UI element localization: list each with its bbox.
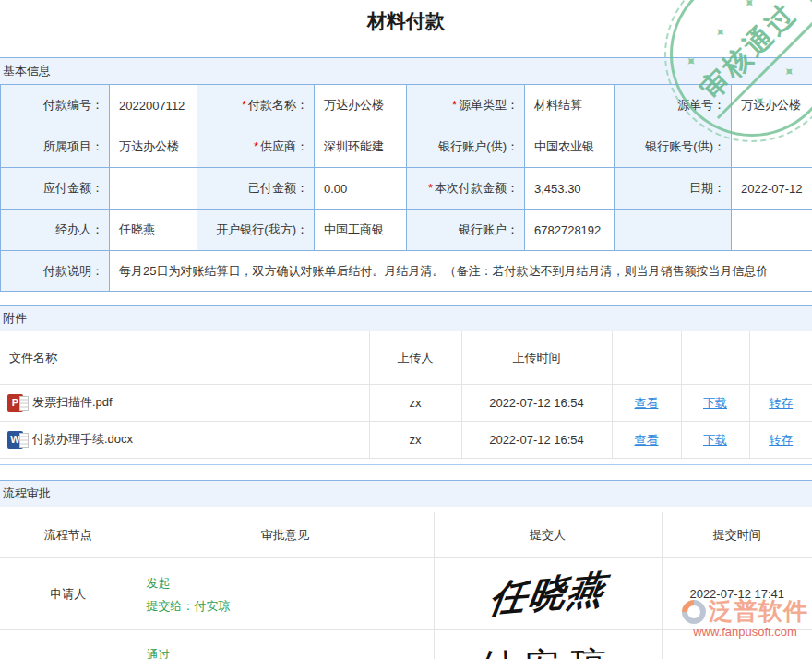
field-value: 2022007112 bbox=[110, 85, 197, 126]
opinion-line: 发起 bbox=[147, 571, 433, 594]
view-link[interactable]: 查看 bbox=[635, 396, 659, 410]
field-value: 中国工商银 bbox=[315, 210, 407, 251]
opinion-line: 通过 bbox=[147, 643, 433, 659]
submit-time: 2022-07-13 09:52 bbox=[662, 630, 812, 659]
col-upload-time: 上传时间 bbox=[461, 331, 612, 385]
page-title: 材料付款 bbox=[0, 0, 812, 34]
col-action-1 bbox=[612, 331, 681, 385]
field-label: 银行账号(供)： bbox=[645, 139, 725, 153]
signature: 付安琼 bbox=[478, 641, 617, 659]
required-marker: * bbox=[242, 98, 246, 112]
field-label: 付款说明： bbox=[1, 251, 110, 292]
col-file-name: 文件名称 bbox=[0, 331, 369, 385]
basic-info-row: 经办人： 任晓燕 开户银行(我方)： 中国工商银 银行账户： 678272819… bbox=[1, 210, 812, 251]
required-marker: * bbox=[254, 139, 258, 153]
field-label: 应付金额： bbox=[43, 181, 103, 195]
attachments-table: 文件名称 上传人 上传时间 P发票扫描件.pdf zx 2022-07-12 1… bbox=[0, 331, 812, 459]
approval-row: 申请人 发起 提交给：付安琼 任晓燕 2022-07-12 17:41 bbox=[0, 558, 812, 630]
file-name: 付款办理手续.docx bbox=[32, 432, 133, 446]
approval-header-row: 流程节点 审批意见 提交人 提交时间 bbox=[0, 512, 812, 558]
section-approval: 流程审批 bbox=[0, 480, 812, 507]
field-value: 2022-07-12 bbox=[732, 168, 812, 210]
approval-table: 流程节点 审批意见 提交人 提交时间 申请人 发起 提交给：付安琼 任晓燕 20… bbox=[0, 512, 812, 659]
field-label: 银行账户(供)： bbox=[438, 139, 519, 153]
section-attachments: 附件 bbox=[0, 305, 812, 331]
field-label: 日期： bbox=[689, 181, 725, 195]
field-label: 开户银行(我方)： bbox=[216, 222, 308, 236]
pdf-file-icon: P bbox=[7, 394, 23, 412]
field-value bbox=[732, 210, 812, 251]
field-label: 付款名称： bbox=[248, 98, 308, 112]
field-label: 本次付款金额： bbox=[435, 181, 519, 195]
download-link[interactable]: 下载 bbox=[703, 396, 727, 410]
attachment-row: W付款办理手续.docx zx 2022-07-12 16:54 查看 下载 转… bbox=[0, 422, 812, 459]
attachment-row: P发票扫描件.pdf zx 2022-07-12 16:54 查看 下载 转存 bbox=[0, 385, 812, 422]
basic-info-row: 应付金额： 已付金额： 0.00 *本次付款金额： 3,453.30 日期： 2… bbox=[1, 168, 812, 210]
download-link[interactable]: 下载 bbox=[703, 433, 727, 447]
field-value: 深圳环能建 bbox=[315, 126, 407, 168]
basic-info-row: 付款编号： 2022007112 *付款名称： 万达办公楼 *源单类型： 材料结… bbox=[1, 85, 812, 126]
upload-time: 2022-07-12 16:54 bbox=[461, 422, 612, 459]
field-label: 银行账户： bbox=[459, 222, 519, 236]
field-label: 付款编号： bbox=[43, 98, 103, 112]
field-label: 供应商： bbox=[260, 139, 308, 153]
save-as-link[interactable]: 转存 bbox=[769, 396, 793, 410]
save-as-link[interactable]: 转存 bbox=[769, 433, 793, 447]
section-basic-info: 基本信息 bbox=[0, 57, 812, 84]
field-label: 源单号： bbox=[677, 98, 725, 112]
col-action-3 bbox=[749, 331, 812, 385]
col-uploader: 上传人 bbox=[369, 331, 461, 385]
uploader: zx bbox=[369, 385, 461, 422]
field-label: 所属项目： bbox=[43, 139, 103, 153]
material-payment-page: 材料付款 ✦ ✦ ✦ 审核通过 ✦ ✦ 基本信息 付款编号： 202200711… bbox=[0, 0, 812, 659]
view-link[interactable]: 查看 bbox=[635, 433, 659, 447]
attachments-header-row: 文件名称 上传人 上传时间 bbox=[0, 331, 812, 385]
signature: 任晓燕 bbox=[485, 563, 609, 625]
field-value: 万达办公楼 bbox=[110, 126, 197, 168]
col-submitter: 提交人 bbox=[434, 512, 662, 558]
basic-info-table: 付款编号： 2022007112 *付款名称： 万达办公楼 *源单类型： 材料结… bbox=[0, 84, 812, 292]
field-label: 已付金额： bbox=[248, 181, 308, 195]
required-marker: * bbox=[428, 181, 433, 195]
opinion-line: 提交给：付安琼 bbox=[147, 594, 433, 617]
field-value: 3,453.30 bbox=[525, 168, 615, 210]
flow-node: 申请人 bbox=[0, 558, 137, 630]
section-divider bbox=[0, 464, 812, 465]
col-flow-node: 流程节点 bbox=[0, 512, 137, 558]
field-value: 6782728192 bbox=[525, 210, 615, 251]
field-value: 中国农业银 bbox=[525, 126, 615, 168]
field-value: 万达办公楼 bbox=[732, 85, 812, 126]
payment-note-value: 每月25日为对账结算日，双方确认对账单后结付。月结月清。（备注：若付款达不到月结… bbox=[110, 251, 812, 292]
field-label: 经办人： bbox=[55, 222, 103, 236]
basic-info-note-row: 付款说明： 每月25日为对账结算日，双方确认对账单后结付。月结月清。（备注：若付… bbox=[1, 251, 812, 292]
field-value: 万达办公楼 bbox=[315, 85, 407, 126]
approval-row: 领导审批 通过 流程结束 付安琼 2022-07-13 09:52 bbox=[0, 630, 812, 659]
col-submit-time: 提交时间 bbox=[662, 512, 812, 558]
uploader: zx bbox=[369, 422, 461, 459]
col-action-2 bbox=[681, 331, 749, 385]
flow-node: 领导审批 bbox=[0, 630, 137, 659]
word-file-icon: W bbox=[7, 431, 23, 449]
required-marker: * bbox=[452, 98, 457, 112]
field-value: 材料结算 bbox=[525, 85, 615, 126]
field-value bbox=[732, 126, 812, 168]
field-value: 0.00 bbox=[315, 168, 407, 210]
submit-time: 2022-07-12 17:41 bbox=[662, 558, 812, 630]
field-value: 任晓燕 bbox=[110, 210, 197, 251]
upload-time: 2022-07-12 16:54 bbox=[461, 385, 612, 422]
field-label: 源单类型： bbox=[459, 98, 519, 112]
file-name: 发票扫描件.pdf bbox=[32, 395, 113, 409]
col-opinion: 审批意见 bbox=[137, 512, 434, 558]
field-value bbox=[110, 168, 197, 210]
basic-info-row: 所属项目： 万达办公楼 *供应商： 深圳环能建 银行账户(供)： 中国农业银 银… bbox=[1, 126, 812, 168]
